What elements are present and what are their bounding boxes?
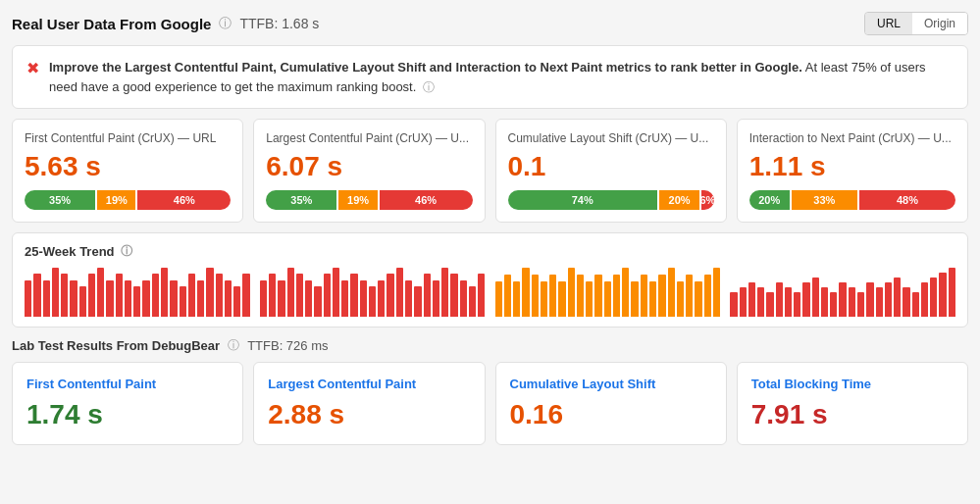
crux-card-title-2: Cumulative Layout Shift (CrUX) — U... [508,131,714,145]
url-toggle-button[interactable]: URL [865,13,912,34]
crux-bar-segment-0-0: 35% [25,190,95,210]
lab-card-title-2: Cumulative Layout Shift [510,377,712,391]
trend-bar-3-5 [776,282,783,317]
trend-bar-0-23 [233,286,240,317]
trend-bar-3-12 [839,282,846,317]
origin-toggle-button[interactable]: Origin [912,13,967,34]
trend-bar-3-3 [757,287,764,317]
alert-info-icon[interactable]: ⓘ [423,80,435,94]
trend-bar-1-9 [341,280,348,318]
crux-card-value-2: 0.1 [508,151,714,182]
trend-bar-0-9 [106,280,113,318]
trend-bar-0-3 [52,268,59,317]
trend-bar-3-14 [857,292,864,317]
crux-bar-segment-0-2: 46% [137,190,231,210]
trend-bar-0-6 [79,286,86,317]
lab-cards-grid: First Contentful Paint1.74 sLargest Cont… [12,362,968,445]
lab-card-title-3: Total Blocking Time [751,377,954,391]
lab-card-1: Largest Contentful Paint2.88 s [253,362,485,445]
header-left: Real User Data From Google ⓘ TTFB: 1.68 … [12,15,319,32]
trend-bar-3-22 [930,277,937,317]
crux-bar-segment-0-1: 19% [97,190,135,210]
trend-bar-2-13 [613,275,620,317]
trend-bar-2-18 [658,275,665,317]
trend-bar-3-13 [849,287,855,317]
crux-bar-segment-2-1: 20% [659,190,699,210]
trend-bar-1-18 [424,274,431,317]
trend-bar-2-3 [522,268,529,317]
trend-bar-3-7 [794,292,800,317]
trend-bar-3-15 [866,282,873,317]
crux-card-value-1: 6.07 s [266,151,472,182]
trend-bar-1-12 [369,286,376,317]
crux-card-3: Interaction to Next Paint (CrUX) — U...1… [737,119,968,223]
trend-bar-0-8 [97,268,104,317]
crux-card-bar-1: 35%19%46% [266,190,472,210]
crux-card-bar-0: 35%19%46% [25,190,231,210]
trend-bar-2-11 [594,275,601,317]
trend-bar-1-0 [260,280,267,318]
trend-bar-3-10 [821,287,828,317]
trend-bar-1-24 [478,274,485,317]
trend-info-icon[interactable]: ⓘ [121,243,132,260]
trend-chart-3 [730,268,955,317]
trend-bar-2-8 [568,268,575,317]
alert-bold-text: Improve the Largest Contentful Paint, Cu… [49,60,802,75]
trend-bar-3-21 [921,282,928,317]
trend-bar-0-10 [116,274,123,317]
trend-title: 25-Week Trend [25,244,115,259]
trend-bar-0-11 [125,280,131,318]
trend-chart-0 [25,268,250,317]
crux-bar-segment-2-0: 74% [508,190,657,210]
crux-card-value-3: 1.11 s [749,151,955,182]
trend-bar-1-15 [396,268,403,317]
lab-info-icon[interactable]: ⓘ [228,337,239,354]
trend-bar-2-2 [513,281,520,317]
trend-bar-0-2 [43,280,50,318]
crux-bar-segment-1-1: 19% [338,190,377,210]
trend-charts-grid [25,268,955,317]
trend-bar-1-1 [269,274,276,317]
trend-bar-2-7 [558,281,565,317]
trend-bar-1-21 [450,274,457,317]
crux-card-title-1: Largest Contentful Paint (CrUX) — U... [266,131,472,145]
trend-bar-2-24 [713,268,720,317]
trend-bar-1-2 [278,280,284,318]
trend-bar-3-24 [949,268,955,317]
trend-bar-1-13 [378,280,385,318]
crux-card-value-0: 5.63 s [25,151,231,182]
trend-bar-2-14 [622,268,629,317]
trend-bar-3-18 [894,277,901,317]
crux-card-0: First Contentful Paint (CrUX) — URL5.63 … [12,119,243,223]
lab-section: Lab Test Results From DebugBear ⓘ TTFB: … [12,337,968,445]
trend-bar-1-23 [469,286,476,317]
trend-bar-1-16 [405,280,412,318]
lab-ttfb: TTFB: 726 ms [247,338,328,353]
alert-text: Improve the Largest Contentful Paint, Cu… [49,58,954,96]
trend-bar-2-19 [668,268,675,317]
trend-bar-3-4 [766,292,773,317]
lab-card-2: Cumulative Layout Shift0.16 [495,362,727,445]
trend-bar-3-23 [939,273,946,317]
trend-bar-3-1 [740,287,747,317]
trend-bar-3-19 [903,287,909,317]
crux-card-1: Largest Contentful Paint (CrUX) — U...6.… [253,119,485,223]
trend-bar-1-14 [387,274,393,317]
crux-card-title-3: Interaction to Next Paint (CrUX) — U... [749,131,955,145]
crux-bar-segment-2-2: 6% [701,190,714,210]
trend-bar-1-7 [324,274,331,317]
trend-bar-0-15 [161,268,168,317]
trend-bar-3-11 [830,292,837,317]
trend-bar-2-22 [695,281,701,317]
trend-bar-2-15 [631,281,638,317]
trend-bar-0-17 [180,286,186,317]
header-info-icon[interactable]: ⓘ [219,15,232,32]
lab-card-value-2: 0.16 [510,399,712,430]
trend-bar-0-21 [216,274,223,317]
trend-bar-2-17 [649,281,656,317]
trend-bar-1-10 [350,274,357,317]
lab-section-header: Lab Test Results From DebugBear ⓘ TTFB: … [12,337,968,354]
trend-bar-2-16 [641,275,647,317]
trend-bar-1-19 [433,280,439,318]
trend-bar-1-11 [360,280,367,318]
